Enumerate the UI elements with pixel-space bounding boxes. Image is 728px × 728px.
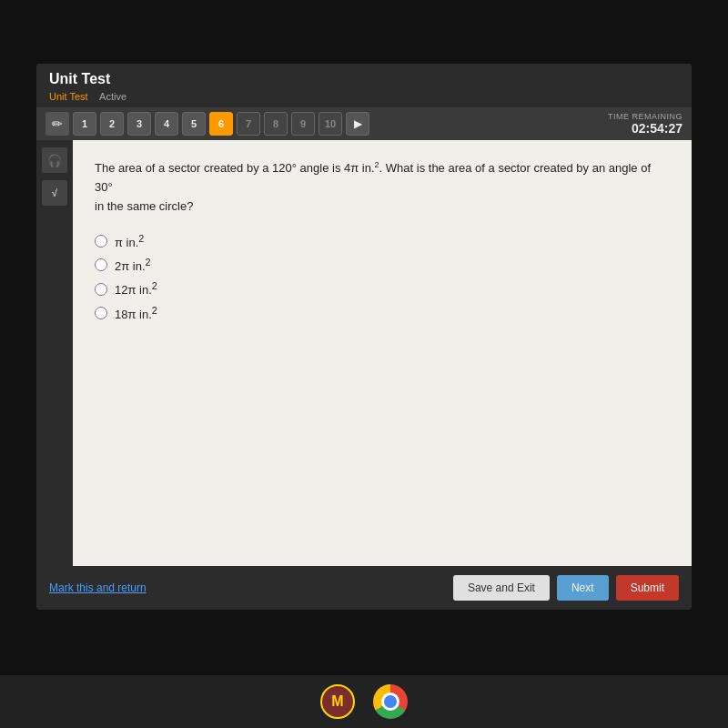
option-1-radio[interactable] — [95, 235, 107, 248]
save-exit-button[interactable]: Save and Exit — [453, 575, 550, 601]
question-8-button[interactable]: 8 — [264, 112, 288, 136]
question-1-button[interactable]: 1 — [73, 112, 96, 136]
question-10-button[interactable]: 10 — [318, 112, 342, 136]
question-9-button[interactable]: 9 — [291, 112, 315, 136]
option-1-item[interactable]: π in.2 — [95, 233, 670, 249]
question-7-button[interactable]: 7 — [237, 112, 260, 136]
question-6-button[interactable]: 6 — [209, 112, 233, 136]
option-3-radio[interactable] — [95, 283, 107, 296]
question-5-button[interactable]: 5 — [182, 112, 206, 136]
submit-button[interactable]: Submit — [616, 575, 679, 601]
question-area: The area of a sector created by a 120° a… — [73, 140, 692, 566]
option-1-label: π in.2 — [115, 233, 144, 249]
options-list: π in.2 2π in.2 12π in.2 18π in.2 — [95, 233, 670, 321]
timer-value: 02:54:27 — [608, 121, 682, 136]
next-question-arrow-button[interactable]: ▶ — [346, 112, 369, 136]
question-text: The area of a sector created by a 120° a… — [95, 158, 670, 217]
next-button[interactable]: Next — [557, 575, 609, 601]
pencil-tool-button[interactable]: ✏ — [46, 112, 69, 136]
option-4-radio[interactable] — [95, 307, 107, 319]
subtitle-label: Unit Test — [49, 91, 88, 102]
audio-tool-button[interactable]: 🎧 — [42, 147, 67, 173]
taskbar: M — [0, 675, 728, 728]
main-content: 🎧 √ The area of a sector created by a 12… — [36, 140, 692, 566]
formula-tool-button[interactable]: √ — [42, 180, 67, 206]
bottom-actions: Save and Exit Next Submit — [453, 575, 679, 601]
title-bar: Unit Test Unit Test Active — [36, 64, 692, 107]
option-3-item[interactable]: 12π in.2 — [95, 280, 670, 297]
mark-return-link[interactable]: Mark this and return — [49, 581, 147, 594]
chrome-app-icon[interactable] — [373, 684, 408, 719]
university-app-icon[interactable]: M — [320, 684, 355, 719]
question-4-button[interactable]: 4 — [155, 112, 178, 136]
option-3-label: 12π in.2 — [115, 280, 157, 297]
status-badge: Active — [99, 91, 126, 102]
timer-display: TIME REMAINING 02:54:27 — [608, 112, 682, 136]
option-2-item[interactable]: 2π in.2 — [95, 257, 670, 273]
question-3-button[interactable]: 3 — [127, 112, 151, 136]
bottom-bar: Mark this and return Save and Exit Next … — [36, 566, 692, 610]
toolbar: ✏ 1 2 3 4 5 6 7 8 9 10 ▶ TIME REMAINING … — [36, 107, 692, 140]
option-4-label: 18π in.2 — [115, 305, 157, 321]
question-2-button[interactable]: 2 — [100, 112, 124, 136]
timer-label: TIME REMAINING — [608, 112, 682, 121]
side-tools-panel: 🎧 √ — [36, 140, 73, 566]
option-2-radio[interactable] — [95, 258, 107, 271]
option-4-item[interactable]: 18π in.2 — [95, 305, 670, 321]
page-title: Unit Test — [49, 71, 679, 87]
option-2-label: 2π in.2 — [115, 257, 151, 273]
